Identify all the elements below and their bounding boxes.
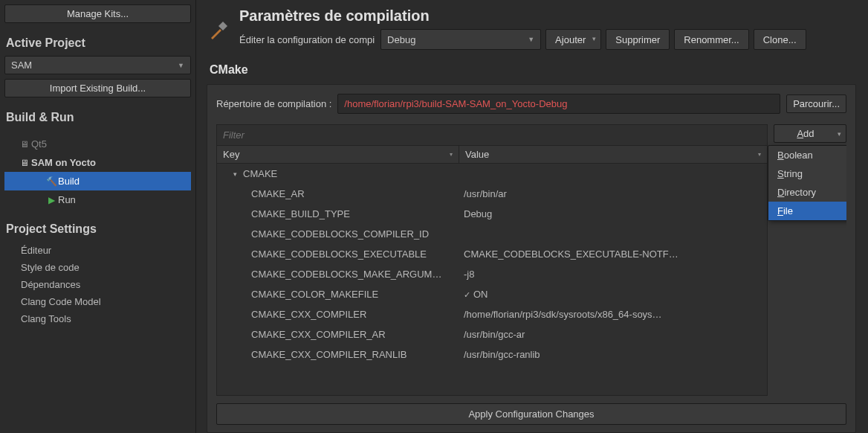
chevron-down-icon: ▼ xyxy=(528,36,534,43)
config-select[interactable]: Debug ▼ xyxy=(380,29,541,50)
cell-key: CMAKE_CXX_COMPILER_AR xyxy=(251,329,386,340)
monitor-icon: 🖥 xyxy=(18,139,31,150)
cmake-title: CMake xyxy=(210,63,856,77)
browse-button[interactable]: Parcourir... xyxy=(786,94,846,113)
run-label: Run xyxy=(58,194,76,205)
active-project-title: Active Project xyxy=(6,36,191,50)
build-run-title: Build & Run xyxy=(6,111,191,124)
main-pane: Paramètres de compilation Éditer la conf… xyxy=(196,0,868,433)
cell-key: CMAKE_CODEBLOCKS_EXECUTABLE xyxy=(251,248,427,260)
build-label: Build xyxy=(58,176,80,187)
cell-value: -j8 xyxy=(464,269,474,280)
expander-icon[interactable]: ▾ xyxy=(233,170,237,178)
build-dir-input[interactable]: /home/florian/rpi3/build-SAM-SAM_on_Yoct… xyxy=(337,94,780,114)
kit-item[interactable]: 🖥 SAM on Yocto xyxy=(4,153,191,172)
col-value[interactable]: Value ▾ xyxy=(459,146,767,163)
chevron-down-icon: ▾ xyxy=(758,151,761,158)
add-menu-item[interactable]: File xyxy=(768,202,846,220)
table-body[interactable]: ▾CMAKECMAKE_AR/usr/bin/arCMAKE_BUILD_TYP… xyxy=(217,164,767,395)
table-row[interactable]: CMAKE_CXX_COMPILER_AR/usr/bin/gcc-ar xyxy=(217,324,767,344)
ps-item[interactable]: Dépendances xyxy=(4,276,191,293)
cell-value: /home/florian/rpi3/sdk/sysroots/x86_64-s… xyxy=(464,309,662,320)
filter-input[interactable] xyxy=(217,125,767,146)
cell-value: /usr/bin/gcc-ar xyxy=(464,329,525,340)
config-select-value: Debug xyxy=(387,34,415,45)
ps-item[interactable]: Style de code xyxy=(4,259,191,276)
check-icon: ✓ xyxy=(464,290,470,299)
edit-config-label: Éditer la configuration de compi xyxy=(239,34,375,45)
cell-value: /usr/bin/gcc-ranlib xyxy=(464,349,540,360)
cmake-table: Key ▾ Value ▾ ▾CMAKECMAKE_AR/usr/bin/arC… xyxy=(216,124,768,396)
add-config-button[interactable]: Ajouter xyxy=(545,29,601,50)
cell-key: CMAKE_AR xyxy=(251,188,305,199)
table-side: Add Boolean String Directory File Advanc… xyxy=(774,124,846,396)
project-select[interactable]: SAM ▼ xyxy=(4,56,191,74)
cell-value: ON xyxy=(473,289,488,300)
page-title: Paramètres de compilation xyxy=(239,7,856,25)
apply-button[interactable]: Apply Configuration Changes xyxy=(216,403,846,425)
table-row[interactable]: CMAKE_CODEBLOCKS_MAKE_ARGUM…-j8 xyxy=(217,264,767,284)
chevron-down-icon: ▾ xyxy=(450,151,453,158)
cell-value: /usr/bin/ar xyxy=(464,188,507,199)
col-key[interactable]: Key ▾ xyxy=(217,146,459,163)
cell-key: CMAKE xyxy=(243,168,277,179)
sidebar: Manage Kits... Active Project SAM ▼ Impo… xyxy=(0,0,196,433)
hammer-icon xyxy=(207,19,230,42)
project-select-value: SAM xyxy=(11,60,32,71)
cell-key: CMAKE_CODEBLOCKS_MAKE_ARGUM… xyxy=(251,269,441,280)
table-row[interactable]: CMAKE_BUILD_TYPEDebug xyxy=(217,204,767,224)
cmake-pane: Répertoire de compilation : /home/floria… xyxy=(207,84,856,433)
add-menu-item[interactable]: Directory xyxy=(768,183,846,202)
hammer-icon: 🔨 xyxy=(45,176,58,187)
run-node[interactable]: ▶ Run xyxy=(4,190,191,209)
add-var-button[interactable]: Add xyxy=(774,124,846,143)
cell-key: CMAKE_CXX_COMPILER_RANLIB xyxy=(251,349,407,360)
table-row[interactable]: CMAKE_CXX_COMPILER/home/florian/rpi3/sdk… xyxy=(217,304,767,324)
add-menu: Boolean String Directory File xyxy=(768,145,846,221)
table-row[interactable]: CMAKE_CODEBLOCKS_COMPILER_ID xyxy=(217,224,767,244)
monitor-icon: 🖥 xyxy=(18,158,31,168)
cell-key: CMAKE_BUILD_TYPE xyxy=(251,208,350,219)
import-build-button[interactable]: Import Existing Build... xyxy=(4,79,191,97)
table-row[interactable]: CMAKE_COLOR_MAKEFILE✓ON xyxy=(217,284,767,304)
add-menu-item[interactable]: String xyxy=(768,164,846,183)
kit-label: Qt5 xyxy=(31,138,47,150)
project-settings-list: Éditeur Style de code Dépendances Clang … xyxy=(4,242,191,327)
table-header: Key ▾ Value ▾ xyxy=(217,146,767,164)
build-dir-label: Répertoire de compilation : xyxy=(216,98,331,109)
kit-label: SAM on Yocto xyxy=(31,157,96,168)
clone-config-button[interactable]: Clone... xyxy=(754,29,806,50)
ps-item[interactable]: Clang Code Model xyxy=(4,293,191,310)
kit-tree: 🖥 Qt5 🖥 SAM on Yocto 🔨 Build ▶ Run xyxy=(4,135,191,209)
ps-item[interactable]: Éditeur xyxy=(4,242,191,259)
manage-kits-button[interactable]: Manage Kits... xyxy=(4,4,191,23)
ps-item[interactable]: Clang Tools xyxy=(4,310,191,327)
table-row[interactable]: CMAKE_CXX_COMPILER_RANLIB/usr/bin/gcc-ra… xyxy=(217,344,767,365)
table-row[interactable]: CMAKE_AR/usr/bin/ar xyxy=(217,184,767,204)
play-icon: ▶ xyxy=(45,195,58,205)
chevron-down-icon: ▼ xyxy=(178,62,184,69)
cell-value: Debug xyxy=(464,208,492,219)
add-menu-item[interactable]: Boolean xyxy=(768,146,846,164)
cell-value: CMAKE_CODEBLOCKS_EXECUTABLE-NOTF… xyxy=(464,248,678,260)
build-node[interactable]: 🔨 Build xyxy=(4,172,191,190)
rename-config-button[interactable]: Renommer... xyxy=(674,29,748,50)
project-settings-title: Project Settings xyxy=(6,222,191,236)
cell-key: CMAKE_COLOR_MAKEFILE xyxy=(251,289,378,300)
cell-key: CMAKE_CXX_COMPILER xyxy=(251,309,366,320)
delete-config-button[interactable]: Supprimer xyxy=(606,29,670,50)
kit-item[interactable]: 🖥 Qt5 xyxy=(4,135,191,153)
table-row[interactable]: CMAKE_CODEBLOCKS_EXECUTABLECMAKE_CODEBLO… xyxy=(217,244,767,264)
table-row[interactable]: ▾CMAKE xyxy=(217,164,767,184)
cell-key: CMAKE_CODEBLOCKS_COMPILER_ID xyxy=(251,228,429,240)
